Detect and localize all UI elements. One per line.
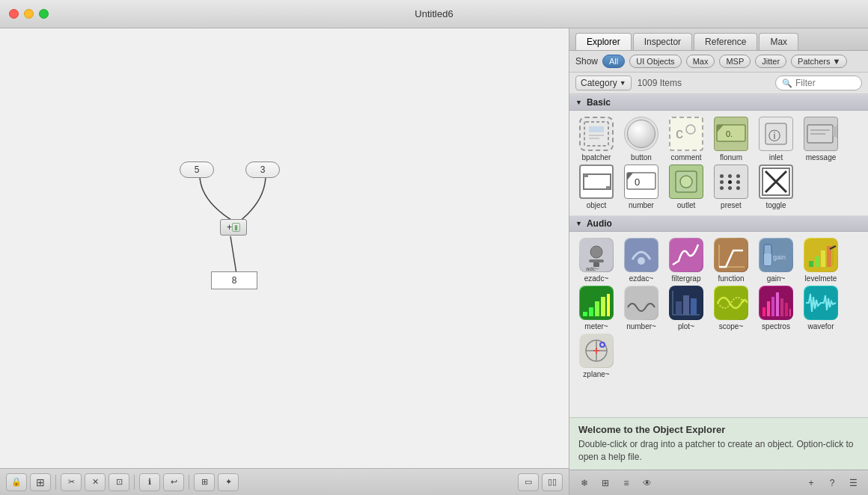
search-input[interactable] xyxy=(795,78,855,88)
view-single-button[interactable]: ▭ xyxy=(518,473,539,491)
tab-max[interactable]: Max xyxy=(759,33,798,50)
paste-button[interactable]: ⊡ xyxy=(109,473,129,491)
panel-menu-button[interactable]: ☰ xyxy=(844,475,862,491)
panel-tabs: Explorer Inspector Reference Max xyxy=(569,28,868,51)
obj-ezdac[interactable]: ezdac~ xyxy=(620,238,662,283)
undo-button[interactable]: ↩ xyxy=(163,473,184,491)
gain-label: gain~ xyxy=(767,274,786,283)
obj-comment[interactable]: c comment xyxy=(665,117,707,162)
obj-waveform[interactable]: wavefor xyxy=(800,286,842,330)
filter-max[interactable]: Max xyxy=(686,55,715,68)
tab-explorer[interactable]: Explorer xyxy=(575,33,632,50)
obj-numbertilde[interactable]: number~ xyxy=(620,286,662,330)
node-plus[interactable]: + ▮ xyxy=(220,219,247,236)
maximize-button[interactable] xyxy=(39,9,49,19)
obj-inlet[interactable]: ⓘ inlet xyxy=(755,117,797,162)
close-button[interactable] xyxy=(9,9,19,19)
chevron-down-icon: ▼ xyxy=(620,79,626,87)
bpatcher-icon xyxy=(579,117,614,151)
meter-icon xyxy=(579,286,614,320)
svg-point-5 xyxy=(686,125,695,134)
svg-rect-49 xyxy=(595,301,599,316)
svg-rect-63 xyxy=(780,298,783,316)
panel-eye-button[interactable]: 👁 xyxy=(638,475,656,491)
grid-button[interactable]: ⊞ xyxy=(194,473,215,491)
ezdac-icon xyxy=(624,238,658,272)
zplane-label: zplane~ xyxy=(583,370,609,378)
levelmeter-label: levelmete xyxy=(805,274,837,283)
copy-button[interactable]: ⊞ xyxy=(30,473,51,491)
object-label: object xyxy=(587,201,607,209)
delete-button[interactable]: ✕ xyxy=(85,473,106,491)
audio-collapse-icon[interactable]: ▼ xyxy=(575,220,582,227)
category-dropdown[interactable]: Category ▼ xyxy=(575,76,632,90)
svg-text:adc~: adc~ xyxy=(586,265,599,271)
comment-icon: c xyxy=(669,117,703,151)
flonum-icon: 0. xyxy=(714,117,748,151)
filter-row: Show All UI Objects Max MSP Jitter Patch… xyxy=(569,51,868,73)
obj-toggle[interactable]: toggle xyxy=(755,165,797,209)
obj-message[interactable]: message xyxy=(800,117,842,162)
number-icon: 0 xyxy=(624,165,658,199)
node-result[interactable]: 8 xyxy=(211,271,257,289)
panel-snowflake-button[interactable]: ❄ xyxy=(575,475,593,491)
obj-preset[interactable]: preset xyxy=(710,165,752,209)
obj-button[interactable]: button xyxy=(620,117,662,162)
obj-number[interactable]: 0 number xyxy=(620,165,662,209)
inlet-label: inlet xyxy=(769,153,783,162)
svg-rect-37 xyxy=(764,253,771,265)
obj-scope[interactable]: scope~ xyxy=(710,286,752,330)
tab-reference[interactable]: Reference xyxy=(694,33,757,50)
panel-list-button[interactable]: ≡ xyxy=(617,475,635,491)
patcher-canvas[interactable]: 5 3 + ▮ 8 xyxy=(0,28,569,468)
filter-ui[interactable]: UI Objects xyxy=(629,55,681,68)
panel-help-button[interactable]: ? xyxy=(823,475,841,491)
view-split-button[interactable]: ▯▯ xyxy=(542,473,563,491)
filter-all[interactable]: All xyxy=(602,55,625,68)
obj-flonum[interactable]: 0. flonum xyxy=(710,117,752,162)
svg-rect-62 xyxy=(776,292,779,316)
obj-filtergraph[interactable]: filtergrap xyxy=(665,238,707,283)
obj-levelmeter[interactable]: levelmete xyxy=(800,238,842,283)
comment-label: comment xyxy=(670,153,701,162)
node-3[interactable]: 3 xyxy=(245,162,280,178)
obj-zplane[interactable]: zplane~ xyxy=(575,333,617,378)
function-label: function xyxy=(718,274,744,283)
item-count: 1009 Items xyxy=(638,78,769,88)
filter-jitter[interactable]: Jitter xyxy=(755,55,786,68)
filtergraph-label: filtergrap xyxy=(672,274,701,283)
obj-object[interactable]: object xyxy=(575,165,617,209)
minimize-button[interactable] xyxy=(24,9,34,19)
panel-add-button[interactable]: + xyxy=(802,475,820,491)
svg-rect-33 xyxy=(670,239,703,271)
message-label: message xyxy=(806,153,837,162)
star-button[interactable]: ✦ xyxy=(218,473,239,491)
obj-gain[interactable]: gain gain~ xyxy=(755,238,797,283)
toolbar-separator xyxy=(55,475,56,490)
obj-ezadc[interactable]: adc~ ezadc~ xyxy=(575,238,617,283)
show-label: Show xyxy=(575,56,598,67)
basic-section-header: ▼ Basic xyxy=(569,94,868,111)
filter-patchers[interactable]: Patchers ▼ xyxy=(791,55,847,68)
basic-collapse-icon[interactable]: ▼ xyxy=(575,99,582,106)
panel-grid-button[interactable]: ⊞ xyxy=(596,475,614,491)
obj-plot[interactable]: plot~ xyxy=(665,286,707,330)
obj-meter[interactable]: meter~ xyxy=(575,286,617,330)
panel-bottom-toolbar: ❄ ⊞ ≡ 👁 + ? ☰ xyxy=(569,470,868,495)
obj-bpatcher[interactable]: bpatcher xyxy=(575,117,617,162)
info-button[interactable]: ℹ xyxy=(139,473,160,491)
main-area: 5 3 + ▮ 8 🔒 ⊞ ✂ ✕ ⊡ xyxy=(0,28,868,495)
cut-button[interactable]: ✂ xyxy=(61,473,82,491)
bpatcher-label: bpatcher xyxy=(582,153,611,162)
tab-inspector[interactable]: Inspector xyxy=(633,33,692,50)
obj-outlet[interactable]: outlet xyxy=(665,165,707,209)
patcher-wires xyxy=(0,28,569,468)
obj-spectros[interactable]: spectros xyxy=(755,286,797,330)
ezadc-label: ezadc~ xyxy=(584,274,609,283)
obj-function[interactable]: function xyxy=(710,238,752,283)
node-5[interactable]: 5 xyxy=(180,162,214,178)
levelmeter-icon xyxy=(804,238,838,272)
filter-msp[interactable]: MSP xyxy=(719,55,751,68)
lock-button[interactable]: 🔒 xyxy=(6,473,27,491)
button-icon xyxy=(624,117,658,151)
